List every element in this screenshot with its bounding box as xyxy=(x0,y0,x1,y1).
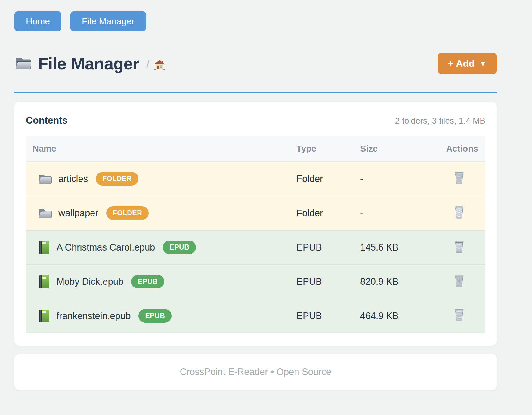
file-name-link[interactable]: A Christmas Carol.epub xyxy=(57,242,155,253)
file-manager-page: Home File Manager File Manager / xyxy=(14,11,497,390)
delete-button[interactable] xyxy=(454,205,464,219)
book-icon xyxy=(39,275,50,289)
folder-icon xyxy=(39,173,52,185)
delete-button[interactable] xyxy=(454,274,464,287)
folder-badge: FOLDER xyxy=(96,172,138,186)
file-table-body: articles FOLDER Folder - xyxy=(26,162,485,333)
footer-text: CrossPoint E-Reader • Open Source xyxy=(180,367,332,377)
home-icon xyxy=(154,59,165,70)
folder-badge: FOLDER xyxy=(106,206,149,220)
epub-badge: EPUB xyxy=(131,275,164,288)
name-cell: frankenstein.epub EPUB xyxy=(33,309,282,323)
type-cell: EPUB xyxy=(289,265,353,299)
column-header-actions: Actions xyxy=(439,136,485,162)
table-row-christmas-carol: A Christmas Carol.epub EPUB EPUB 145.6 K… xyxy=(26,230,485,265)
page-title-text: File Manager xyxy=(38,54,139,73)
table-row-moby-dick: Moby Dick.epub EPUB EPUB 820.9 KB xyxy=(26,265,485,299)
top-nav: Home File Manager xyxy=(14,11,497,31)
folder-name-link[interactable]: wallpaper xyxy=(58,208,98,219)
size-cell: - xyxy=(353,196,439,230)
file-name-link[interactable]: frankenstein.epub xyxy=(57,311,131,321)
size-cell: 464.9 KB xyxy=(353,299,439,333)
column-header-name: Name xyxy=(26,136,289,162)
file-name-link[interactable]: Moby Dick.epub xyxy=(57,276,123,287)
column-header-size: Size xyxy=(353,136,439,162)
trash-icon xyxy=(454,274,464,287)
breadcrumb-separator: / xyxy=(146,58,150,71)
home-nav-button[interactable]: Home xyxy=(14,11,61,31)
epub-badge: EPUB xyxy=(163,241,196,254)
trash-icon xyxy=(454,308,464,321)
epub-badge: EPUB xyxy=(138,309,172,323)
add-button[interactable]: + Add ▼ xyxy=(438,53,497,74)
contents-summary: 2 folders, 3 files, 1.4 MB xyxy=(395,116,485,126)
folder-name-link[interactable]: articles xyxy=(58,174,88,184)
title-breadcrumb: File Manager / xyxy=(14,54,165,73)
trash-icon xyxy=(454,171,464,184)
open-folder-icon xyxy=(14,56,32,71)
name-cell: Moby Dick.epub EPUB xyxy=(33,275,282,289)
breadcrumb-home-link[interactable] xyxy=(154,59,165,70)
book-icon xyxy=(39,241,50,254)
type-cell: Folder xyxy=(289,196,353,230)
page-title: File Manager xyxy=(14,54,139,73)
caret-down-icon: ▼ xyxy=(479,60,487,67)
column-header-type: Type xyxy=(289,136,353,162)
table-row-wallpaper: wallpaper FOLDER Folder - xyxy=(26,196,485,230)
table-row-frankenstein: frankenstein.epub EPUB EPUB 464.9 KB xyxy=(26,299,485,333)
size-cell: - xyxy=(353,162,439,196)
size-cell: 145.6 KB xyxy=(353,230,439,265)
delete-button[interactable] xyxy=(454,308,464,321)
add-button-label: + Add xyxy=(448,59,475,68)
file-table: Name Type Size Actions xyxy=(26,136,485,333)
page-header: File Manager / + Add ▼ xyxy=(14,53,497,74)
trash-icon xyxy=(454,205,464,219)
trash-icon xyxy=(454,240,464,253)
folder-icon xyxy=(39,208,52,219)
contents-card: Contents 2 folders, 3 files, 1.4 MB Name… xyxy=(14,102,497,346)
name-cell: A Christmas Carol.epub EPUB xyxy=(33,241,282,254)
contents-card-header: Contents 2 folders, 3 files, 1.4 MB xyxy=(26,115,485,126)
header-row: Name Type Size Actions xyxy=(26,136,485,162)
file-manager-nav-button[interactable]: File Manager xyxy=(70,11,146,31)
type-cell: EPUB xyxy=(289,230,353,265)
type-cell: EPUB xyxy=(289,299,353,333)
type-cell: Folder xyxy=(289,162,353,196)
footer-card: CrossPoint E-Reader • Open Source xyxy=(14,354,497,390)
name-cell: wallpaper FOLDER xyxy=(33,206,282,220)
table-row-articles: articles FOLDER Folder - xyxy=(26,162,485,196)
delete-button[interactable] xyxy=(454,240,464,253)
size-cell: 820.9 KB xyxy=(353,265,439,299)
contents-title: Contents xyxy=(26,115,68,126)
file-table-head: Name Type Size Actions xyxy=(26,136,485,162)
accent-divider xyxy=(14,92,497,93)
name-cell: articles FOLDER xyxy=(33,172,282,186)
delete-button[interactable] xyxy=(454,171,464,184)
book-icon xyxy=(39,309,50,323)
